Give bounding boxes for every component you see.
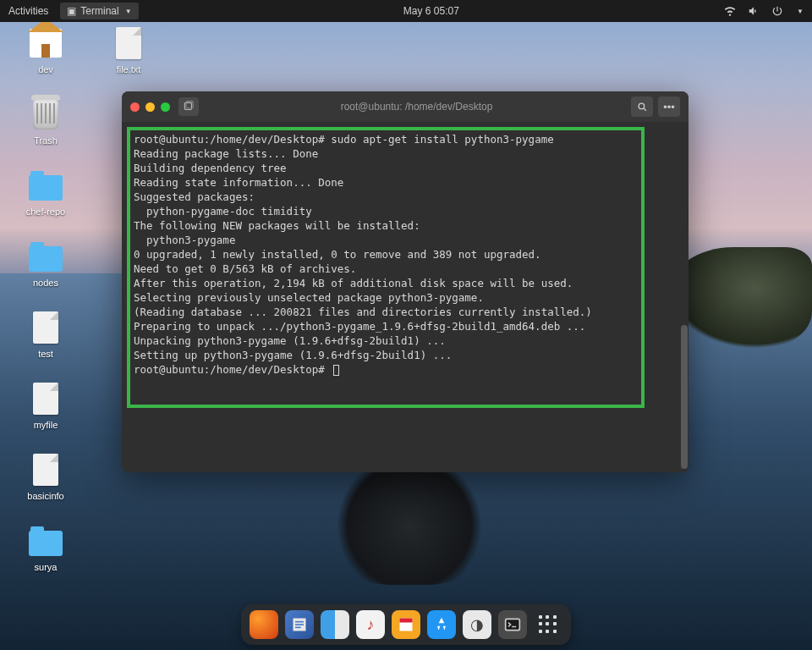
dock-firefox[interactable] <box>250 610 278 639</box>
power-icon[interactable] <box>771 5 783 17</box>
volume-icon[interactable] <box>748 5 760 17</box>
apps-grid-icon <box>539 615 557 634</box>
desktop-icon-nodes[interactable]: nodes <box>12 239 80 288</box>
file-icon <box>28 310 63 345</box>
chevron-down-icon: ▼ <box>125 8 132 15</box>
icon-label: chef-repo <box>26 207 65 217</box>
dock-files[interactable] <box>321 610 349 639</box>
icon-label: file.txt <box>117 64 141 74</box>
search-button[interactable] <box>631 96 653 117</box>
dock-show-applications[interactable] <box>534 610 562 639</box>
menu-button[interactable]: ••• <box>658 96 680 117</box>
icon-label: myfile <box>34 420 58 430</box>
desktop-icons-area: devTrashchef-reponodestestmyfilebasicinf… <box>12 25 80 572</box>
close-button[interactable] <box>130 102 140 112</box>
file-icon <box>28 381 63 416</box>
minimize-button[interactable] <box>145 102 155 112</box>
terminal-content[interactable]: root@ubuntu:/home/dev/Desktop# sudo apt-… <box>125 125 685 469</box>
clock[interactable]: May 6 05:07 <box>139 5 724 17</box>
desktop-icon-surya[interactable]: surya <box>12 523 80 572</box>
file-icon <box>111 25 146 61</box>
dock-terminal[interactable] <box>498 610 527 639</box>
dock-text-editor[interactable] <box>285 610 314 639</box>
icon-label: test <box>38 349 53 359</box>
icon-label: Trash <box>34 135 58 146</box>
new-tab-button[interactable] <box>178 97 199 116</box>
titlebar[interactable]: root@ubuntu: /home/dev/Desktop ••• <box>122 91 689 122</box>
desktop-icon-chef-repo[interactable]: chef-repo <box>12 168 80 217</box>
file-icon <box>28 452 63 488</box>
scrollbar-thumb[interactable] <box>681 325 688 469</box>
folder-icon <box>28 523 63 559</box>
trash-icon <box>28 96 63 132</box>
terminal-body[interactable]: root@ubuntu:/home/dev/Desktop# sudo apt-… <box>122 122 689 472</box>
svg-point-2 <box>639 103 645 109</box>
wifi-icon[interactable] <box>724 5 736 17</box>
app-menu-button[interactable]: ▣ Terminal ▼ <box>60 3 138 19</box>
dock-system[interactable]: ◑ <box>463 610 491 639</box>
icon-label: basicinfo <box>27 491 63 501</box>
icon-label: nodes <box>33 278 58 288</box>
icon-label: surya <box>35 562 58 572</box>
svg-rect-9 <box>400 619 413 623</box>
folder-icon <box>28 239 63 274</box>
home-icon <box>28 25 63 61</box>
maximize-button[interactable] <box>161 102 170 112</box>
traffic-lights <box>130 102 170 112</box>
svg-rect-10 <box>506 619 520 630</box>
dock-office[interactable] <box>392 610 420 639</box>
desktop-icon-test[interactable]: test <box>12 310 80 359</box>
dock-app-store[interactable] <box>427 610 456 639</box>
dock: ♪ ◑ <box>241 604 571 645</box>
window-title: root@ubuntu: /home/dev/Desktop <box>207 101 626 113</box>
desktop-icon-basicinfo[interactable]: basicinfo <box>12 452 80 501</box>
activities-button[interactable]: Activities <box>8 5 48 17</box>
wallpaper-rocks <box>325 466 494 585</box>
icon-label: dev <box>38 64 53 74</box>
top-panel: Activities ▣ Terminal ▼ May 6 05:07 ▼ <box>0 0 812 22</box>
svg-line-3 <box>643 107 645 110</box>
system-menu-chevron-icon[interactable]: ▼ <box>797 8 804 15</box>
desktop: Activities ▣ Terminal ▼ May 6 05:07 ▼ de… <box>0 0 812 650</box>
terminal-window: root@ubuntu: /home/dev/Desktop ••• root@… <box>122 91 689 472</box>
desktop-icon-myfile[interactable]: myfile <box>12 381 80 430</box>
terminal-icon: ▣ <box>67 5 76 17</box>
desktop-icon-file-txt[interactable]: file.txt <box>95 25 162 74</box>
desktop-icon-trash[interactable]: Trash <box>12 96 80 146</box>
app-menu-label: Terminal <box>80 5 118 17</box>
folder-icon <box>28 168 63 203</box>
dock-music[interactable]: ♪ <box>356 610 385 639</box>
desktop-icon-dev[interactable]: dev <box>12 25 80 74</box>
